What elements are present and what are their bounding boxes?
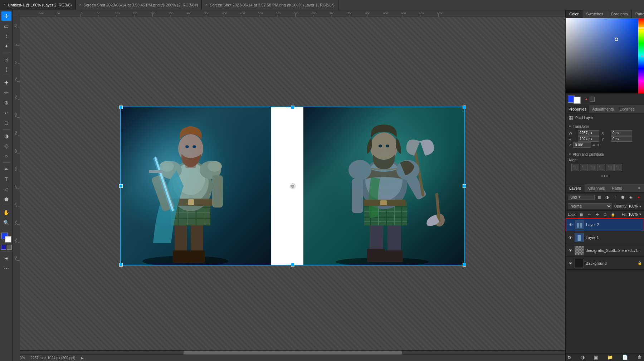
quick-mask-mode[interactable] bbox=[7, 245, 12, 250]
layer-item-bg[interactable]: 👁 Background 🔒 bbox=[566, 257, 644, 270]
align-title[interactable]: ▼ Align and Distribute bbox=[569, 151, 641, 157]
patterns-tab[interactable]: Patterns bbox=[632, 10, 644, 18]
filter-shape-btn[interactable]: ⬟ bbox=[620, 194, 626, 200]
handle-middle-right[interactable] bbox=[463, 184, 466, 188]
canvas-scroll-area[interactable]: ⊕ bbox=[20, 17, 565, 355]
align-right-btn[interactable]: ⬛ bbox=[589, 164, 596, 171]
swatches-tab[interactable]: Swatches bbox=[582, 10, 607, 18]
flip-h-btn[interactable]: ⇔ bbox=[592, 143, 595, 147]
paths-tab[interactable]: Paths bbox=[609, 184, 626, 192]
libraries-tab[interactable]: Libraries bbox=[617, 105, 638, 113]
handle-top-right[interactable] bbox=[463, 106, 466, 109]
canvas-image-area[interactable]: ⊕ bbox=[121, 107, 464, 265]
filter-pixel-btn[interactable]: ▦ bbox=[596, 194, 602, 200]
adjustment-layer-btn[interactable]: ◑ bbox=[581, 355, 585, 360]
tab-2[interactable]: × Screen Shot 2023-06-14 at 3.53.45 PM.p… bbox=[76, 0, 202, 10]
flip-v-btn[interactable]: ⇕ bbox=[597, 143, 600, 147]
h-scrollbar[interactable] bbox=[20, 350, 565, 355]
status-arrow[interactable]: ▶ bbox=[81, 356, 84, 360]
hue-cursor[interactable] bbox=[638, 27, 644, 29]
eyedropper-tool[interactable]: ⟨ bbox=[1, 65, 11, 74]
handle-middle-left[interactable] bbox=[119, 184, 123, 188]
align-center-h-btn[interactable]: ⬛ bbox=[580, 164, 588, 171]
eye-layer2[interactable]: 👁 bbox=[568, 222, 573, 227]
opacity-value[interactable]: 100% bbox=[629, 204, 638, 208]
heal-tool[interactable]: ✚ bbox=[1, 78, 11, 87]
blur-tool[interactable]: ◎ bbox=[1, 141, 11, 151]
eye-bg[interactable]: 👁 bbox=[568, 261, 573, 266]
y-input[interactable] bbox=[611, 136, 632, 142]
layer-group-btn[interactable]: 📁 bbox=[607, 355, 613, 360]
color-picker-gradient[interactable] bbox=[566, 18, 638, 93]
delete-layer-btn[interactable]: 🗑 bbox=[637, 355, 642, 360]
erase-tool[interactable]: ◻ bbox=[1, 118, 11, 127]
tab-3[interactable]: × Screen Shot 2023-06-14 at 3.57.58 PM.p… bbox=[202, 0, 338, 10]
bg-color-swatch[interactable] bbox=[574, 97, 581, 104]
adjustments-tab[interactable]: Adjustments bbox=[589, 105, 617, 113]
move-tool[interactable]: ✢ bbox=[1, 11, 11, 21]
align-bottom-btn[interactable]: ⬛ bbox=[614, 164, 622, 171]
x-input[interactable] bbox=[611, 130, 632, 136]
color-mode-square[interactable] bbox=[590, 97, 595, 102]
close-icon-3[interactable]: × bbox=[205, 3, 208, 7]
standard-mode[interactable] bbox=[1, 245, 6, 250]
handle-bottom-center[interactable] bbox=[291, 263, 294, 267]
filter-smart-btn[interactable]: ◈ bbox=[628, 194, 634, 200]
blend-mode-select[interactable]: Normal Multiply Screen Overlay bbox=[568, 203, 612, 209]
transform-title[interactable]: ▼ Transform bbox=[569, 123, 641, 130]
properties-tab[interactable]: Properties bbox=[566, 105, 589, 113]
layer-mask-btn[interactable]: ▣ bbox=[594, 355, 598, 360]
hand-tool[interactable]: ✋ bbox=[1, 208, 11, 217]
layer-item-layer1[interactable]: 👁 Layer 1 bbox=[566, 231, 644, 244]
handle-bottom-left[interactable] bbox=[119, 263, 123, 267]
history-tool[interactable]: ↩ bbox=[1, 108, 11, 117]
layers-kind-selector[interactable]: Kind ▼ bbox=[568, 195, 595, 200]
dodge-tool[interactable]: ○ bbox=[1, 151, 11, 161]
tab-1[interactable]: × Untitled-1 @ 100% (Layer 2, RGB/8) bbox=[0, 0, 76, 10]
eye-deez[interactable]: 👁 bbox=[568, 248, 573, 253]
color-picker-cursor[interactable] bbox=[615, 38, 618, 41]
lasso-tool[interactable]: ⌇ bbox=[1, 31, 11, 41]
opacity-arrow[interactable]: ▼ bbox=[639, 205, 642, 208]
gradients-tab[interactable]: Gradients bbox=[607, 10, 632, 18]
stamp-tool[interactable]: ⊕ bbox=[1, 98, 11, 107]
zoom-tool[interactable]: 🔍 bbox=[1, 218, 11, 227]
fx-btn[interactable]: fx bbox=[568, 355, 571, 360]
color-tab[interactable]: Color bbox=[566, 10, 582, 18]
layer-item-deez[interactable]: 👁 deezgrafix_Scott...2fe-e7dc7f9fe017 bbox=[566, 244, 644, 257]
color-picker[interactable]: ▶ bbox=[566, 18, 644, 93]
new-layer-btn[interactable]: 📄 bbox=[622, 355, 628, 360]
lock-position-btn[interactable]: ✢ bbox=[594, 211, 600, 217]
brush-tool[interactable]: ✏ bbox=[1, 88, 11, 97]
handle-top-left[interactable] bbox=[119, 106, 123, 109]
filter-type-btn[interactable]: T bbox=[612, 194, 618, 200]
more-options-btn[interactable]: ••• bbox=[569, 172, 641, 180]
lock-pixels-btn[interactable]: ▦ bbox=[579, 211, 584, 217]
layers-menu-btn[interactable]: ≡ bbox=[635, 184, 644, 192]
channels-tab[interactable]: Channels bbox=[585, 184, 608, 192]
handle-top-center[interactable] bbox=[291, 106, 294, 109]
eye-layer1[interactable]: 👁 bbox=[568, 235, 573, 240]
lock-paint-btn[interactable]: ✏ bbox=[586, 211, 592, 217]
handle-bottom-right[interactable] bbox=[463, 263, 466, 267]
background-color[interactable] bbox=[5, 236, 11, 243]
pen-tool[interactable]: ✒ bbox=[1, 165, 11, 174]
filter-adj-btn[interactable]: ◑ bbox=[604, 194, 610, 200]
align-center-v-btn[interactable]: ⬛ bbox=[606, 164, 614, 171]
h-input[interactable] bbox=[578, 136, 599, 142]
color-expand-arrow[interactable]: ▶ bbox=[641, 54, 644, 58]
text-tool[interactable]: T bbox=[1, 175, 11, 184]
align-left-btn[interactable]: ⬛ bbox=[571, 164, 579, 171]
filter-toggle[interactable]: ● bbox=[635, 194, 642, 200]
more-tools[interactable]: ⋯ bbox=[1, 264, 11, 273]
rect-select-tool[interactable]: ▭ bbox=[1, 21, 11, 31]
angle-input[interactable] bbox=[573, 142, 591, 148]
lock-all-btn[interactable]: 🔒 bbox=[610, 211, 616, 217]
fill-arrow[interactable]: ▼ bbox=[639, 213, 642, 216]
path-select-tool[interactable]: ◁ bbox=[1, 185, 11, 194]
gradient-tool[interactable]: ◑ bbox=[1, 131, 11, 141]
crop-tool[interactable]: ⊡ bbox=[1, 55, 11, 64]
close-icon-2[interactable]: × bbox=[79, 3, 82, 7]
close-icon-1[interactable]: × bbox=[4, 3, 6, 7]
magic-wand-tool[interactable]: ✦ bbox=[1, 42, 11, 51]
